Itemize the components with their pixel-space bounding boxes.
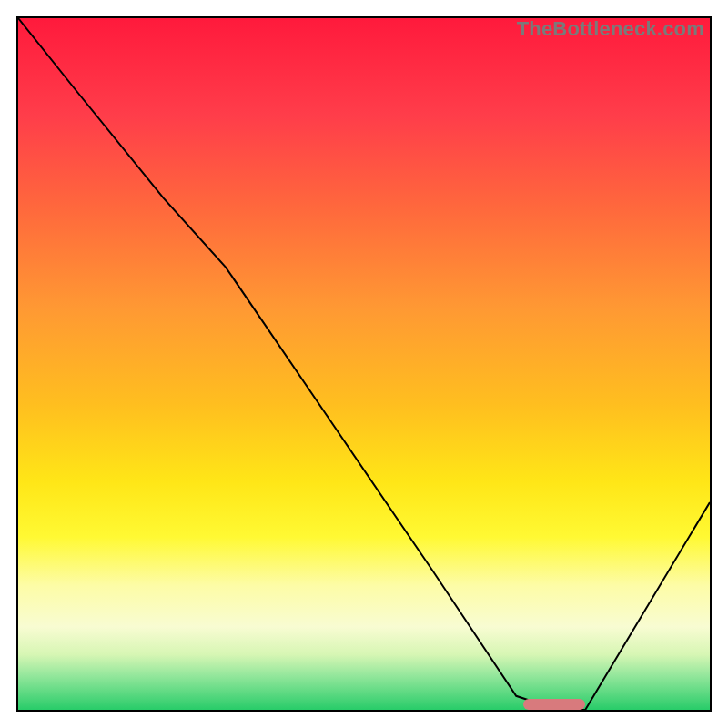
watermark-text: TheBottleneck.com: [517, 17, 704, 41]
plot-area: TheBottleneck.com: [16, 16, 712, 712]
curve-svg: [18, 18, 710, 710]
bottleneck-curve: [18, 18, 710, 710]
optimal-marker: [523, 699, 585, 710]
chart-container: TheBottleneck.com: [0, 0, 728, 728]
